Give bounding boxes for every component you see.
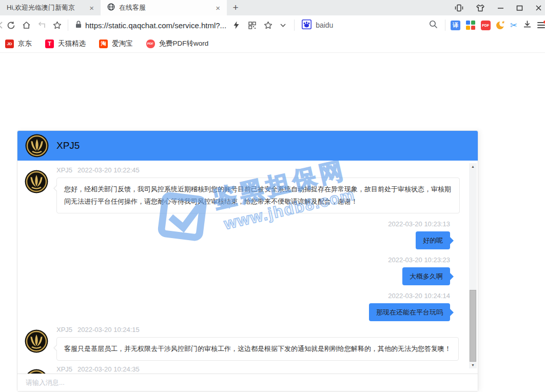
message-sender: XPJ5: [56, 166, 72, 174]
message-meta: XPJ52022-03-20 10:22:45: [56, 166, 460, 174]
agent-chat-bubble: 您好，经相关部门反馈，我司风控系统近期稽核到您的账号目前已被安全系统自动捕捉存在…: [56, 178, 460, 213]
bookmark-jd[interactable]: JD 京东: [5, 39, 32, 48]
browser-tab-bar: Hi,欢迎光临澳门新葡京 × 在线客服 × +: [0, 0, 545, 15]
agent-message: XPJ52022-03-20 10:24:15 客服只是基层员工，并无权限去干涉…: [25, 326, 460, 361]
favorites-star-icon[interactable]: [49, 17, 65, 33]
message-meta: XPJ52022-03-20 10:24:35: [56, 365, 460, 373]
close-window-icon[interactable]: [535, 5, 542, 11]
reload-icon[interactable]: [3, 17, 18, 33]
tab-close-icon[interactable]: ×: [214, 4, 222, 12]
browser-tool-icons: 译 PDF ★ ✂: [449, 20, 545, 31]
minimize-icon[interactable]: [497, 5, 504, 11]
send-to-device-icon[interactable]: [455, 4, 463, 12]
user-message: 2022-03-20 10:23:23 大概多久啊: [25, 256, 460, 285]
night-mode-icon[interactable]: ★: [496, 21, 504, 29]
chat-scrollbar[interactable]: ▲ ▼: [469, 163, 477, 368]
chat-widget: XPJ5 鉴黑担保网 www.jhdb8.com: [17, 130, 478, 391]
qr-code-icon[interactable]: [246, 17, 258, 33]
jd-icon: JD: [5, 40, 14, 48]
chat-message-area: 鉴黑担保网 www.jhdb8.com XPJ52022-03-20 10:22…: [17, 161, 478, 374]
page-content: XPJ5 鉴黑担保网 www.jhdb8.com: [0, 53, 545, 391]
menu-icon[interactable]: [537, 22, 545, 28]
pdf-icon: PDF: [146, 40, 155, 48]
message-sender: XPJ5: [56, 365, 72, 373]
tab-welcome-macau[interactable]: Hi,欢迎光临澳门新葡京 ×: [0, 0, 101, 15]
screenshot-scissors-icon[interactable]: ✂: [510, 20, 517, 31]
message-timestamp: 2022-03-20 10:24:35: [77, 365, 140, 373]
bookmark-label: 爱淘宝: [112, 39, 133, 48]
new-tab-button[interactable]: +: [227, 0, 244, 15]
pdf-tool-icon[interactable]: PDF: [481, 21, 491, 30]
message-meta: XPJ52022-03-20 10:24:15: [56, 326, 460, 334]
address-bar[interactable]: https://static.qaqchat.com/service.html?…: [71, 17, 291, 33]
agent-message: XPJ52022-03-20 10:22:45 您好，经相关部门反馈，我司风控系…: [25, 166, 460, 213]
bookmark-label: 天猫精选: [58, 39, 86, 48]
message-input[interactable]: [17, 374, 478, 391]
tab-bar-spacer: [244, 0, 455, 15]
download-icon[interactable]: [523, 20, 532, 31]
extensions-icon[interactable]: [466, 21, 475, 30]
search-engine-label[interactable]: baidu: [316, 21, 425, 29]
search-box[interactable]: baidu: [298, 19, 442, 31]
bookmark-taobao[interactable]: 淘 爱淘宝: [99, 39, 133, 48]
tmall-icon: T: [45, 40, 54, 48]
scrollbar-thumb[interactable]: [470, 290, 476, 362]
scroll-up-icon[interactable]: ▲: [469, 163, 477, 170]
browser-nav-bar: https://static.qaqchat.com/service.html?…: [0, 15, 545, 35]
maximize-icon[interactable]: [516, 5, 523, 11]
agent-message: XPJ52022-03-20 10:24:35 很高兴为您服务 这边还有什么能协…: [25, 365, 460, 374]
tab-title: 在线客服: [119, 3, 210, 12]
tab-online-service[interactable]: 在线客服 ×: [101, 0, 227, 15]
search-icon[interactable]: [429, 20, 438, 31]
agent-avatar-icon: [25, 369, 48, 374]
message-list: XPJ52022-03-20 10:22:45 您好，经相关部门反馈，我司风控系…: [25, 166, 460, 374]
lock-icon: [75, 21, 82, 30]
bookmark-pdf2word[interactable]: PDF 免费PDF转word: [146, 39, 209, 48]
separator: [294, 19, 295, 31]
tab-close-icon[interactable]: ×: [88, 4, 95, 12]
scroll-down-icon[interactable]: ▼: [469, 362, 477, 368]
message-timestamp: 2022-03-20 10:23:13: [25, 220, 450, 228]
globe-favicon-icon: [107, 3, 115, 12]
bookmarks-bar: JD 京东 T 天猫精选 淘 爱淘宝 PDF 免费PDF转word: [0, 35, 545, 53]
skin-theme-icon[interactable]: [476, 4, 485, 12]
bookmark-star-icon[interactable]: [262, 17, 274, 33]
lightning-icon[interactable]: [230, 17, 242, 33]
bookmark-tmall[interactable]: T 天猫精选: [45, 39, 86, 48]
message-timestamp: 2022-03-20 10:24:15: [77, 326, 140, 334]
bookmark-label: 京东: [18, 39, 32, 48]
chat-input-bar: [17, 374, 478, 391]
taobao-icon: 淘: [99, 40, 108, 48]
home-icon[interactable]: [18, 17, 34, 33]
window-controls: [455, 0, 545, 15]
separator: [445, 19, 445, 31]
message-timestamp: 2022-03-20 10:22:45: [77, 166, 140, 174]
translate-icon[interactable]: 译: [451, 21, 460, 30]
xpj-logo-icon: [25, 134, 49, 158]
baidu-paw-icon: [302, 19, 312, 31]
message-sender: XPJ5: [56, 326, 72, 334]
agent-avatar-icon: [25, 329, 48, 353]
url-text[interactable]: https://static.qaqchat.com/service.html?…: [85, 21, 226, 30]
user-message: 2022-03-20 10:24:14 那现在还能在平台玩吗: [25, 292, 460, 321]
user-chat-bubble: 大概多久啊: [402, 267, 450, 285]
message-timestamp: 2022-03-20 10:24:14: [25, 292, 450, 300]
agent-chat-bubble: 客服只是基层员工，并无权限去干涉风控部门的审核工作，这边都是根据下发的通知就是刚…: [56, 337, 459, 361]
separator: [68, 19, 68, 31]
user-chat-bubble: 好的呢: [416, 231, 450, 249]
agent-avatar-icon: [25, 170, 48, 193]
user-chat-bubble: 那现在还能在平台玩吗: [369, 303, 450, 321]
tab-title: Hi,欢迎光临澳门新葡京: [7, 3, 84, 12]
message-timestamp: 2022-03-20 10:23:23: [25, 256, 450, 264]
undo-icon[interactable]: [34, 17, 49, 33]
user-message: 2022-03-20 10:23:13 好的呢: [25, 220, 460, 249]
bookmark-label: 免费PDF转word: [159, 39, 209, 48]
chevron-down-icon[interactable]: [278, 17, 288, 33]
chat-header: XPJ5: [17, 131, 478, 161]
agent-name: XPJ5: [56, 140, 80, 151]
